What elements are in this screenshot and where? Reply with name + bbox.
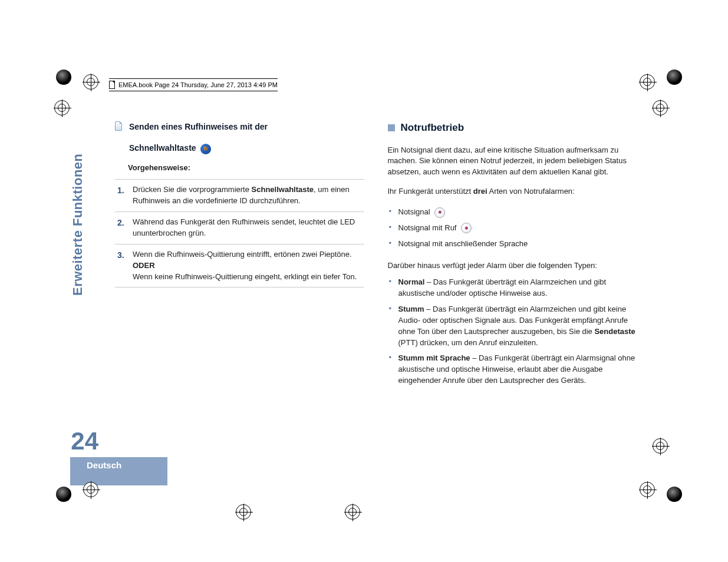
step-item: 2. Während das Funkgerät den Rufhinweis … [115, 212, 364, 244]
txt-bold: drei [473, 187, 487, 196]
types-list: Normal – Das Funkgerät überträgt ein Ala… [388, 276, 637, 390]
step-number: 1. [117, 184, 128, 207]
crop-mark-icon [640, 474, 687, 509]
side-tab: Erweiterte Funktionen [70, 132, 94, 297]
types-intro: Darüber hinaus verfügt jeder Alarm über … [388, 260, 637, 272]
step-number: 3. [117, 249, 128, 283]
list-item: Normal – Das Funkgerät überträgt ein Ala… [388, 276, 637, 303]
txt: Arten von Notrufalarmen: [487, 187, 575, 196]
step-text: Wenn die Rufhinweis-Quittierung eintriff… [133, 250, 352, 259]
procedure-label: Vorgehensweise: [128, 163, 364, 174]
type-name: Stumm mit Sprache [398, 353, 470, 362]
book-header: EMEA.book Page 24 Thursday, June 27, 201… [109, 78, 278, 91]
list-item: Notsignal mit Ruf ✶ [388, 222, 637, 237]
step-item: 3. Wenn die Rufhinweis-Quittierung eintr… [115, 244, 364, 288]
h2-heading: Notrufbetrieb [401, 121, 465, 135]
type-text: (PTT) drücken, um den Anruf einzuleiten. [398, 338, 538, 347]
crop-mark-icon [640, 70, 687, 105]
step-number: 2. [117, 217, 128, 239]
dash: – [424, 277, 433, 286]
step-text: Während das Funkgerät den Rufhinweis sen… [133, 217, 364, 239]
square-bullet-icon [388, 124, 395, 131]
section-title-line2: Schnellwahltaste [129, 143, 196, 153]
header-text: EMEA.book Page 24 Thursday, June 27, 201… [118, 81, 278, 88]
inline-bold: Sendetaste [594, 327, 635, 336]
right-column: Notrufbetrieb Ein Notsignal dient dazu, … [388, 121, 637, 397]
emergency-icon: ✶ [461, 223, 472, 233]
type-text: Das Funkgerät überträgt ein Alarmzeichen… [398, 305, 628, 336]
h2-row: Notrufbetrieb [388, 121, 637, 135]
crop-mark-icon [56, 474, 103, 509]
page-mini-icon [109, 81, 115, 89]
section-heading: Senden eines Rufhinweises mit der Schnel… [115, 121, 364, 154]
quickdial-icon: ⎋ [200, 144, 211, 154]
side-tab-label: Erweiterte Funktionen [70, 153, 85, 296]
crop-mark-icon [629, 100, 676, 135]
intro-paragraph: Ein Notsignal dient dazu, auf eine kriti… [388, 145, 637, 178]
step-or: ODER [133, 261, 155, 270]
list-item: Stumm mit Sprache – Das Funkgerät übertr… [388, 352, 637, 390]
content-area: Senden eines Rufhinweises mit der Schnel… [115, 121, 637, 397]
section-title-line1: Senden eines Rufhinweises mit der [129, 121, 268, 133]
crop-mark-icon [629, 438, 676, 474]
txt: Ihr Funkgerät unterstützt [388, 187, 473, 196]
step-bold: Schnellwahltaste [252, 185, 314, 194]
steps-list: 1. Drücken Sie die vorprogrammierte Schn… [115, 179, 364, 287]
type-name: Normal [398, 277, 425, 286]
left-column: Senden eines Rufhinweises mit der Schnel… [115, 121, 364, 397]
doc-icon [115, 121, 122, 131]
step-text: Wenn keine Rufhinweis-Quittierung eingeh… [133, 272, 357, 281]
type-name: Stumm [398, 305, 424, 313]
page-number: 24 [70, 429, 98, 454]
step-text: Drücken Sie die vorprogrammierte [133, 185, 252, 194]
item-label: Notsignal mit Ruf [398, 223, 457, 232]
item-label: Notsignal mit anschließender Sprache [398, 239, 528, 248]
crop-mark-icon [56, 70, 103, 105]
crop-mark-icon [236, 504, 283, 540]
emergency-icon: ✶ [434, 207, 445, 218]
dash: – [470, 353, 479, 362]
dash: – [424, 305, 433, 313]
list-item: Notsignal ✶ [388, 206, 637, 222]
crop-mark-icon [345, 504, 392, 540]
support-line: Ihr Funkgerät unterstützt drei Arten von… [388, 186, 637, 197]
crop-mark-icon [54, 100, 101, 135]
list-item: Stumm – Das Funkgerät überträgt ein Alar… [388, 303, 637, 352]
alarm-list: Notsignal ✶ Notsignal mit Ruf ✶ Notsigna… [388, 206, 637, 253]
item-label: Notsignal [398, 207, 430, 216]
step-item: 1. Drücken Sie die vorprogrammierte Schn… [115, 179, 364, 212]
list-item: Notsignal mit anschließender Sprache [388, 237, 637, 253]
